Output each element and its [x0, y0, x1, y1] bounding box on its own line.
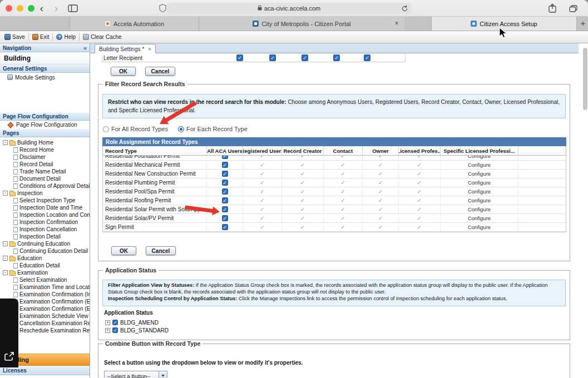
radio-selected-icon[interactable]	[178, 126, 184, 132]
letter-recipient-checkbox[interactable]: ✓	[333, 54, 340, 61]
sidebar-tree-item[interactable]: Select Examination	[0, 276, 90, 284]
sidebar-tree-item[interactable]: -Examination	[0, 269, 90, 276]
sidebar-tree-item[interactable]: Inspection Confirmation	[0, 218, 90, 226]
building-settings-tab[interactable]: Building Settings * ×	[95, 44, 156, 53]
help-button[interactable]: ? Help	[53, 31, 79, 43]
configure-link[interactable]: Configure	[468, 171, 491, 177]
tree-expand-icon[interactable]: +	[105, 328, 110, 333]
all-aca-users-checkbox[interactable]: ✓	[222, 156, 228, 159]
sidebar-tree-item[interactable]: Document Detail	[0, 175, 90, 182]
radio-unselected-icon[interactable]	[103, 126, 109, 132]
sidebar-tree-item[interactable]: Disclaimer	[0, 153, 90, 161]
clear-cache-button[interactable]: Clear Cache	[80, 31, 125, 43]
close-window-button[interactable]	[6, 5, 12, 12]
browser-tab-accela-automation[interactable]: Accela Automation	[70, 17, 199, 31]
pages-header[interactable]: Pages	[0, 129, 90, 137]
column-header-registered-users[interactable]: Registered Users	[243, 146, 282, 155]
sidebar-tree-item[interactable]: Inspection Detail	[0, 233, 90, 240]
scrollbar-thumb[interactable]	[583, 48, 587, 110]
column-header-licensed-professional[interactable]: Licensed Profes...	[399, 146, 441, 155]
address-bar[interactable]: aca-civic.accela.com	[166, 3, 412, 14]
collapse-sidebar-button[interactable]: «	[83, 44, 87, 51]
tab-overview-icon[interactable]	[569, 4, 577, 14]
tree-collapse-icon[interactable]: -	[3, 270, 8, 275]
sidebar-tree-item[interactable]: Education Detail	[0, 262, 90, 269]
configure-link[interactable]: Configure	[468, 215, 491, 221]
cancel-button[interactable]: Cancel	[145, 67, 175, 76]
tree-collapse-icon[interactable]: -	[3, 256, 8, 261]
exit-button[interactable]: Exit	[29, 31, 53, 43]
status-checkbox[interactable]: ✓	[112, 320, 118, 325]
letter-recipient-checkbox[interactable]: ✓	[236, 54, 243, 61]
for-all-record-types-option[interactable]: For All Record Types	[103, 126, 168, 132]
all-aca-users-checkbox[interactable]: ✓	[222, 197, 228, 203]
column-header-record-type[interactable]: Record Type	[103, 146, 207, 155]
browser-tab-citizen-portal[interactable]: City of Metropolis - Citizen Portal	[199, 17, 404, 31]
reload-icon[interactable]	[402, 5, 408, 13]
sidebar-item-module-settings[interactable]: Module Settings	[0, 73, 90, 81]
configure-link[interactable]: Configure	[468, 162, 491, 168]
column-header-all-aca-users[interactable]: All ACA Users	[207, 146, 243, 155]
browser-tab-citizen-access-setup[interactable]: Citizen Access Setup	[431, 17, 577, 31]
back-button[interactable]: ‹	[34, 1, 49, 16]
sidebar-tree-item[interactable]: Examination Confirmation (Intern	[0, 291, 90, 298]
tree-collapse-icon[interactable]: -	[3, 241, 8, 246]
forward-button[interactable]: ›	[49, 1, 63, 16]
select-button-dropdown[interactable]: --Select a Button--	[104, 371, 167, 378]
tree-expand-icon[interactable]: +	[105, 320, 110, 325]
sidebar-tree-item[interactable]: Inspection Cancellation	[0, 226, 90, 233]
column-header-contact[interactable]: Contact	[324, 146, 363, 155]
dropdown-arrow-icon[interactable]	[159, 371, 167, 378]
new-tab-button[interactable]: +	[578, 17, 588, 29]
all-aca-users-checkbox[interactable]: ✓	[222, 206, 228, 212]
tree-collapse-icon[interactable]: -	[3, 191, 8, 196]
configure-link[interactable]: Configure	[468, 156, 491, 159]
sidebar-tree-item[interactable]: Record Detail	[0, 161, 90, 168]
sidebar-tree-item[interactable]: Conditions of Approval Detail	[0, 182, 90, 190]
column-header-owner[interactable]: Owner	[363, 146, 399, 155]
sidebar-tree-item[interactable]: Trade Name Detail	[0, 168, 90, 175]
ok-button[interactable]: OK	[111, 246, 136, 255]
sidebar-tree-item[interactable]: -Building Home	[0, 139, 90, 146]
minimize-window-button[interactable]	[17, 5, 23, 12]
all-aca-users-checkbox[interactable]: ✓	[222, 180, 228, 186]
sidebar-tree-item[interactable]: Select Inspection Type	[0, 197, 90, 204]
column-header-specific-licensed-professional[interactable]: Specific Licensed Professi...	[441, 146, 518, 155]
privacy-shield-icon[interactable]	[159, 4, 166, 14]
sidebar-tree-item[interactable]: -Education	[0, 255, 90, 262]
configure-link[interactable]: Configure	[468, 206, 491, 212]
page-flow-configuration-header[interactable]: Page Flow Configuration	[0, 112, 90, 121]
screen-capture-overlay[interactable]	[0, 299, 18, 367]
letter-recipient-checkbox[interactable]: ✓	[269, 54, 276, 61]
letter-recipient-checkbox[interactable]: ✓	[364, 54, 370, 61]
configure-link[interactable]: Configure	[468, 188, 491, 195]
letter-recipient-checkbox[interactable]: ✓	[302, 54, 308, 61]
ok-button[interactable]: OK	[111, 67, 136, 76]
status-checkbox[interactable]: ✓	[112, 327, 118, 333]
sidebar-tree-item[interactable]: -Inspection	[0, 190, 90, 197]
all-aca-users-checkbox[interactable]: ✓	[222, 215, 228, 221]
zoom-window-button[interactable]	[28, 5, 34, 12]
save-button[interactable]: Save	[1, 31, 28, 43]
sidebar-tree-item[interactable]: Examination Time and Location	[0, 284, 90, 291]
sidebar-toggle-icon[interactable]	[68, 4, 78, 14]
close-tab-icon[interactable]: ×	[148, 46, 151, 52]
general-settings-header[interactable]: General Settings	[0, 64, 90, 73]
column-header-record-creator[interactable]: Record Creator	[282, 146, 324, 155]
configure-link[interactable]: Configure	[468, 180, 491, 186]
all-aca-users-checkbox[interactable]: ✓	[222, 188, 228, 195]
configure-link[interactable]: Configure	[468, 197, 491, 203]
cancel-button[interactable]: Cancel	[146, 246, 176, 255]
for-each-record-type-option[interactable]: For Each Record Type	[178, 126, 248, 132]
sidebar-tree-item[interactable]: Continuing Education Detail	[0, 247, 90, 255]
configure-link[interactable]: Configure	[468, 224, 491, 230]
all-aca-users-checkbox[interactable]: ✓	[222, 224, 228, 230]
page-scrollbar[interactable]	[579, 43, 588, 378]
sidebar-tree-item[interactable]: Record Home	[0, 146, 90, 153]
sidebar-item-page-flow-configuration[interactable]: Page Flow Configuration	[0, 121, 90, 129]
tree-collapse-icon[interactable]: -	[3, 140, 8, 145]
sidebar-tree-item[interactable]: Inspection Date and Time	[0, 204, 90, 211]
share-icon[interactable]	[549, 3, 556, 15]
sidebar-tree-item[interactable]: -Continuing Education	[0, 240, 90, 247]
sidebar-tree-item[interactable]: Inspection Location and Contact	[0, 211, 90, 218]
